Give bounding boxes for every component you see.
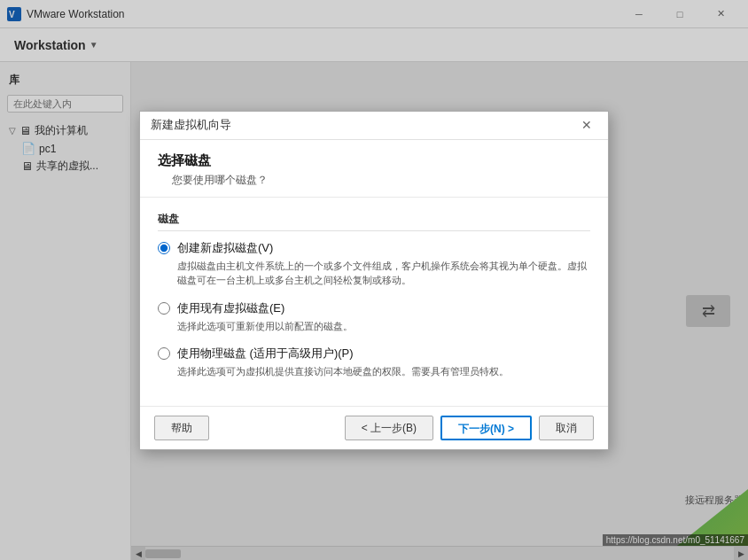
disk-section-label: 磁盘 <box>158 212 590 231</box>
dialog-header-subtitle: 您要使用哪个磁盘？ <box>172 173 590 188</box>
radio-create-new[interactable] <box>158 242 170 254</box>
option-use-physical-desc: 选择此选项可为虚拟机提供直接访问本地硬盘的权限。需要具有管理员特权。 <box>177 366 509 377</box>
option-use-physical: 使用物理磁盘 (适用于高级用户)(P) 选择此选项可为虚拟机提供直接访问本地硬盘… <box>158 346 590 379</box>
dialog-close-button[interactable]: ✕ <box>576 114 597 136</box>
option-create-new: 创建新虚拟磁盘(V) 虚拟磁盘由主机文件系统上的一个或多个文件组成，客户机操作系… <box>158 240 590 288</box>
option-use-existing-desc: 选择此选项可重新使用以前配置的磁盘。 <box>177 321 353 331</box>
dialog-new-vm-wizard: 新建虚拟机向导 ✕ 选择磁盘 您要使用哪个磁盘？ 磁盘 创建新虚拟磁盘(V) 虚… <box>139 111 609 450</box>
dialog-overlay: 新建虚拟机向导 ✕ 选择磁盘 您要使用哪个磁盘？ 磁盘 创建新虚拟磁盘(V) 虚… <box>0 0 748 560</box>
option-create-new-label: 创建新虚拟磁盘(V) <box>177 240 590 256</box>
option-create-new-desc: 虚拟磁盘由主机文件系统上的一个或多个文件组成，客户机操作系统会将其视为单个硬盘。… <box>177 261 587 286</box>
help-button[interactable]: 帮助 <box>154 416 209 440</box>
dialog-footer: 帮助 < 上一步(B) 下一步(N) > 取消 <box>140 406 608 449</box>
dialog-header-title: 选择磁盘 <box>158 152 590 169</box>
dialog-header: 选择磁盘 您要使用哪个磁盘？ <box>140 140 608 198</box>
main-window: V VMware Workstation ─ □ ✕ Workstation ▼… <box>0 0 748 560</box>
option-create-new-content: 创建新虚拟磁盘(V) 虚拟磁盘由主机文件系统上的一个或多个文件组成，客户机操作系… <box>177 240 590 288</box>
dialog-title: 新建虚拟机向导 <box>151 117 576 133</box>
dialog-titlebar: 新建虚拟机向导 ✕ <box>140 112 608 140</box>
option-use-physical-content: 使用物理磁盘 (适用于高级用户)(P) 选择此选项可为虚拟机提供直接访问本地硬盘… <box>177 346 509 379</box>
cancel-button[interactable]: 取消 <box>539 416 594 440</box>
back-button[interactable]: < 上一步(B) <box>345 416 433 440</box>
radio-use-existing[interactable] <box>158 302 170 315</box>
option-use-physical-label: 使用物理磁盘 (适用于高级用户)(P) <box>177 346 509 362</box>
dialog-body: 磁盘 创建新虚拟磁盘(V) 虚拟磁盘由主机文件系统上的一个或多个文件组成，客户机… <box>140 198 608 406</box>
option-use-existing-content: 使用现有虚拟磁盘(E) 选择此选项可重新使用以前配置的磁盘。 <box>177 300 353 334</box>
option-use-existing-label: 使用现有虚拟磁盘(E) <box>177 300 353 316</box>
radio-use-physical[interactable] <box>158 347 170 360</box>
option-use-existing: 使用现有虚拟磁盘(E) 选择此选项可重新使用以前配置的磁盘。 <box>158 300 590 334</box>
next-button[interactable]: 下一步(N) > <box>440 416 532 440</box>
